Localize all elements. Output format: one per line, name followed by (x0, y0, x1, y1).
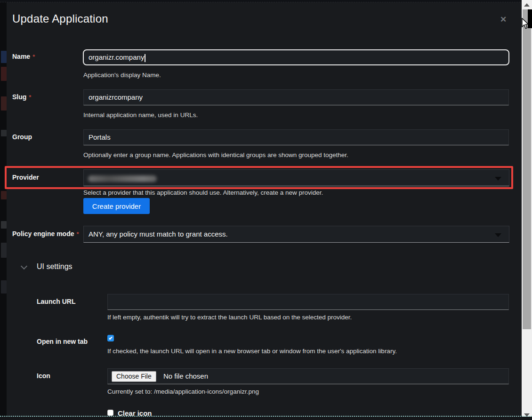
slug-label: Slug* (12, 93, 31, 101)
name-label: Name* (12, 53, 35, 60)
name-input[interactable]: organizr.company (83, 49, 509, 65)
group-input[interactable]: Portals (83, 129, 509, 145)
close-icon[interactable]: ✕ (498, 15, 508, 25)
background-fragment (1, 221, 7, 229)
icon-label: Icon (37, 372, 50, 380)
open-in-new-tab-checkbox-checked[interactable]: ✔ (107, 335, 114, 341)
group-label: Group (12, 133, 32, 141)
provider-select[interactable] (83, 169, 509, 186)
group-helper: Optionally enter a group name. Applicati… (83, 151, 348, 158)
launch-url-label: Launch URL (37, 298, 75, 305)
mouse-cursor-icon (522, 18, 530, 30)
launch-url-input[interactable] (107, 294, 509, 310)
choose-file-button[interactable]: Choose File (112, 371, 156, 382)
slug-helper: Internal application name, used in URLs. (83, 111, 198, 119)
open-in-new-tab-helper: If checked, the launch URL will open in … (107, 348, 397, 355)
policy-engine-mode-label: Policy engine mode* (12, 230, 79, 238)
icon-file-input[interactable]: Choose File No file chosen (107, 368, 509, 384)
bottom-strip (0, 417, 532, 420)
provider-helper: Select a provider that this application … (83, 189, 323, 196)
scrollbar-thumb[interactable] (523, 9, 531, 329)
required-marker: * (76, 230, 79, 238)
launch-url-helper: If left empty, authentik will try to ext… (107, 314, 352, 321)
chevron-down-icon (495, 177, 501, 181)
required-marker: * (32, 53, 35, 60)
open-in-new-tab-label: Open in new tab (37, 338, 88, 345)
provider-label: Provider (12, 174, 39, 181)
modal-surface: Update Application ✕ Name* organizr.comp… (7, 2, 522, 420)
background-fragment (1, 51, 7, 63)
vertical-scrollbar[interactable] (522, 0, 532, 420)
ui-settings-section-header[interactable]: UI settings (37, 262, 73, 271)
clear-icon-checkbox-unchecked[interactable] (107, 410, 113, 416)
background-fragment (1, 191, 7, 199)
required-marker: * (29, 94, 31, 101)
text-cursor (145, 54, 145, 62)
chevron-down-icon[interactable] (21, 263, 27, 269)
background-fragment (1, 67, 7, 81)
scroll-up-arrow-icon[interactable] (524, 3, 530, 7)
name-helper: Application's display Name. (83, 71, 161, 79)
slug-input[interactable]: organizrcompany (83, 89, 509, 105)
page-behind-modal (0, 0, 7, 420)
icon-helper: Currently set to: /media/application-ico… (107, 388, 259, 395)
update-application-modal: Update Application ✕ Name* organizr.comp… (0, 0, 532, 420)
chevron-down-icon (495, 233, 501, 237)
background-fragment (1, 96, 7, 111)
create-provider-button[interactable]: Create provider (83, 198, 150, 214)
modal-title: Update Application (12, 12, 108, 25)
policy-engine-mode-select[interactable]: ANY, any policy must match to grant acce… (83, 226, 509, 243)
file-status-text: No file chosen (163, 369, 208, 384)
background-fragment (1, 130, 7, 136)
background-fragment (1, 243, 7, 258)
redacted-provider-value (88, 175, 157, 182)
background-fragment (1, 280, 7, 293)
